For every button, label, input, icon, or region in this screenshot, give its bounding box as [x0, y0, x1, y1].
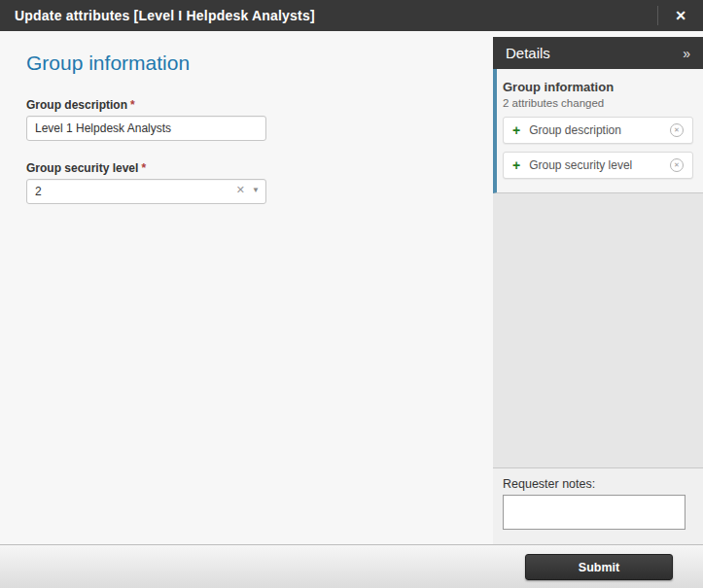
requester-notes-section: Requester notes:	[493, 467, 703, 544]
group-security-level-input[interactable]	[26, 179, 266, 204]
changed-attributes-panel: Group information 2 attributes changed +…	[493, 69, 703, 193]
page-title: Group information	[26, 52, 474, 75]
dialog-titlebar: Update attributes [Level I Helpdesk Anal…	[0, 0, 703, 31]
remove-attribute-icon[interactable]: ✕	[670, 123, 684, 137]
group-description-label-text: Group description	[26, 98, 127, 112]
dialog-footer: Submit	[0, 544, 703, 588]
dialog-title: Update attributes [Level I Helpdesk Anal…	[15, 8, 657, 23]
update-attributes-dialog: Update attributes [Level I Helpdesk Anal…	[0, 0, 703, 588]
close-button[interactable]: ✕	[658, 0, 703, 31]
group-description-field: Group description*	[26, 98, 266, 141]
panel-title: Group information	[503, 80, 693, 94]
changed-attribute-item[interactable]: + Group description ✕	[503, 117, 693, 144]
changed-attribute-item[interactable]: + Group security level ✕	[503, 152, 693, 179]
requester-notes-label: Requester notes:	[503, 477, 685, 491]
required-marker: *	[130, 98, 135, 112]
group-description-label: Group description*	[26, 98, 266, 112]
group-description-input[interactable]	[26, 116, 266, 141]
submit-button[interactable]: Submit	[525, 554, 673, 580]
group-security-level-field: Group security level* ✕ ▼	[26, 161, 266, 204]
remove-attribute-icon[interactable]: ✕	[670, 158, 684, 172]
clear-value-icon[interactable]: ✕	[236, 184, 245, 196]
add-icon: +	[512, 123, 520, 137]
add-icon: +	[512, 158, 520, 172]
group-security-level-label-text: Group security level	[26, 161, 138, 175]
main-panel: Group information Group description* Gro…	[0, 31, 493, 544]
sidebar-filler	[493, 193, 703, 467]
group-security-level-combo: ✕ ▼	[26, 179, 266, 204]
requester-notes-input[interactable]	[503, 495, 685, 530]
details-header-title: Details	[506, 45, 550, 61]
attributes-changed-count: 2 attributes changed	[503, 97, 693, 109]
group-security-level-label: Group security level*	[26, 161, 266, 175]
details-sidebar: Details » Group information 2 attributes…	[493, 31, 703, 544]
required-marker: *	[141, 161, 146, 175]
changed-attribute-label: Group description	[529, 123, 670, 137]
details-header[interactable]: Details »	[493, 37, 703, 69]
close-icon: ✕	[675, 8, 686, 23]
changed-attribute-label: Group security level	[529, 158, 670, 172]
submit-button-label: Submit	[579, 561, 619, 574]
chevron-down-icon[interactable]: ▼	[252, 186, 260, 194]
dialog-body: Group information Group description* Gro…	[0, 31, 703, 544]
collapse-sidebar-icon[interactable]: »	[683, 46, 690, 61]
